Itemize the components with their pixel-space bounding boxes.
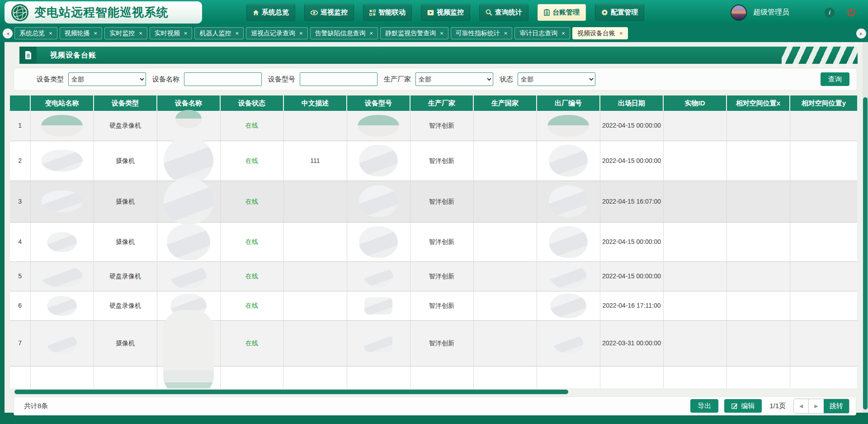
- nav-ledger-mgmt[interactable]: 台账管理: [538, 4, 586, 21]
- cell-date: [600, 366, 663, 388]
- tab-scroll-left-icon[interactable]: ◂: [3, 29, 13, 38]
- cell-model: [347, 141, 410, 181]
- info-icon[interactable]: i: [825, 8, 835, 18]
- tab-label: 审计日志查询: [519, 29, 557, 38]
- close-tab-icon[interactable]: ×: [299, 30, 303, 37]
- filter-device-name-input[interactable]: [184, 72, 262, 86]
- cell-posx: [726, 141, 790, 181]
- table-row[interactable]: 1硬盘录像机在线智洋创新2022-04-15 00:00:00: [10, 111, 857, 141]
- cell-status: 在线: [220, 141, 283, 181]
- cell-status: 在线: [220, 181, 283, 222]
- cell-date: 2022-04-15 00:00:00: [600, 262, 663, 291]
- cell-maker: 智洋创新: [410, 111, 473, 141]
- tab-audit-log-query[interactable]: 审计日志查询×: [514, 27, 570, 39]
- page-title: 视频设备台账: [50, 51, 96, 60]
- cell-date: 2022-04-15 16:07:00: [600, 181, 663, 222]
- cell-status: 在线: [220, 320, 283, 366]
- horizontal-scrollbar-thumb[interactable]: [14, 390, 568, 394]
- next-page-icon[interactable]: ▶: [809, 399, 824, 413]
- close-tab-icon[interactable]: ×: [504, 30, 508, 37]
- eye-icon: [311, 10, 318, 16]
- filter-label-device-model: 设备型号: [268, 75, 295, 84]
- nav-inspection-monitor[interactable]: 巡视监控: [304, 4, 354, 21]
- table-row[interactable]: [10, 366, 857, 388]
- logout-power-icon[interactable]: [846, 8, 856, 18]
- nav-system-overview[interactable]: 系统总览: [246, 4, 295, 21]
- cell-pid: [663, 141, 726, 181]
- cell-type: 摄像机: [94, 320, 157, 366]
- cell-desc: [283, 291, 347, 320]
- filter-device-type-select[interactable]: 全部: [68, 72, 146, 86]
- tab-video-carousel[interactable]: 视频轮播×: [60, 27, 103, 39]
- table-row[interactable]: 3摄像机在线智洋创新2022-04-15 16:07:00: [10, 181, 857, 222]
- close-tab-icon[interactable]: ×: [139, 30, 142, 37]
- user-avatar[interactable]: [731, 5, 747, 21]
- nav-config-mgmt[interactable]: 配置管理: [595, 4, 644, 21]
- table-row[interactable]: 7摄像机在线智洋创新2022-03-31 00:00:00: [10, 320, 857, 366]
- cell-no: 7: [10, 320, 30, 366]
- redacted-blob: [549, 226, 588, 258]
- filter-group-device-name: 设备名称: [152, 72, 262, 86]
- vertical-scrollbar: [863, 42, 868, 413]
- user-area: 超级管理员 i: [731, 0, 862, 25]
- filter-manufacturer-select[interactable]: 全部: [415, 72, 493, 86]
- jump-button[interactable]: 跳转: [824, 399, 849, 413]
- page-title-bar: 视频设备台账: [19, 47, 858, 64]
- filter-device-model-input[interactable]: [300, 72, 377, 86]
- cell-pid: [663, 320, 726, 366]
- close-tab-icon[interactable]: ×: [561, 30, 565, 37]
- redacted-blob: [364, 335, 392, 352]
- table-row[interactable]: 6硬盘录像机在线智洋创新2022-04-16 17:11:00: [10, 291, 857, 320]
- filter-status-select[interactable]: 全部: [518, 72, 595, 86]
- tab-label: 实时视频: [155, 29, 180, 38]
- search-button[interactable]: 查询: [821, 72, 849, 86]
- redacted-blob: [359, 186, 398, 217]
- user-name: 超级管理员: [753, 8, 789, 17]
- close-tab-icon[interactable]: ×: [184, 30, 188, 37]
- tab-reliability-stats[interactable]: 可靠性指标统计×: [451, 27, 513, 39]
- cell-date: 2022-04-15 00:00:00: [600, 111, 663, 141]
- home-icon: [253, 10, 259, 16]
- main-nav: 系统总览巡视监控智能联动视频监控查询统计台账管理配置管理: [246, 4, 644, 21]
- nav-video-monitor[interactable]: 视频监控: [421, 4, 470, 21]
- cell-no: 3: [10, 181, 30, 222]
- cell-name: [157, 320, 220, 366]
- close-tab-icon[interactable]: ×: [235, 30, 239, 37]
- close-tab-icon[interactable]: ×: [370, 30, 373, 37]
- tab-silent-monitor-alarm[interactable]: 静默监视告警查询×: [380, 27, 448, 39]
- cell-name: [157, 141, 220, 181]
- cell-maker: 智洋创新: [410, 222, 473, 262]
- tab-inspection-point-records[interactable]: 巡视点记录查询×: [246, 27, 308, 39]
- tab-alarm-defect-query[interactable]: 告警缺陷信息查询×: [310, 27, 378, 39]
- cell-station: [30, 111, 94, 141]
- cell-no: 5: [10, 262, 30, 291]
- close-tab-icon[interactable]: ×: [440, 30, 443, 37]
- tab-realtime-monitor[interactable]: 实时监控×: [104, 27, 147, 39]
- table-row[interactable]: 2摄像机在线111智洋创新2022-04-15 00:00:00: [10, 141, 857, 181]
- cell-country: [473, 366, 537, 388]
- close-tab-icon[interactable]: ×: [94, 30, 98, 37]
- tab-realtime-video[interactable]: 实时视频×: [150, 27, 193, 39]
- nav-query-stats[interactable]: 查询统计: [479, 4, 528, 21]
- cell-maker: 智洋创新: [410, 262, 473, 291]
- tab-robot-monitor[interactable]: 机器人监控×: [194, 27, 244, 39]
- nav-smart-linkage[interactable]: 智能联动: [363, 4, 412, 21]
- prev-page-icon[interactable]: ◀: [794, 399, 809, 413]
- table-row[interactable]: 4摄像机在线智洋创新2022-04-15 00:00:00: [10, 222, 857, 262]
- close-tab-icon[interactable]: ×: [49, 30, 52, 37]
- col-posy: 相对空间位置y: [790, 95, 857, 111]
- tab-scroll-right-icon[interactable]: ▸: [856, 29, 866, 38]
- filter-label-manufacturer: 生产厂家: [384, 75, 411, 84]
- cell-type: 硬盘录像机: [94, 291, 157, 320]
- tab-video-device-ledger[interactable]: 视频设备台账×: [572, 27, 628, 39]
- vertical-scrollbar-thumb[interactable]: [863, 97, 868, 410]
- table-row[interactable]: 5硬盘录像机在线智洋创新2022-04-15 00:00:00: [10, 262, 857, 291]
- close-tab-icon[interactable]: ×: [619, 30, 623, 37]
- export-button[interactable]: 导出: [690, 399, 718, 413]
- tab-system-overview[interactable]: 系统总览×: [14, 27, 57, 39]
- diagonal-stripes-decoration: [782, 42, 859, 67]
- cell-type: 摄像机: [94, 141, 157, 181]
- cell-station: [30, 366, 94, 388]
- cell-posy: [790, 181, 857, 222]
- edit-button[interactable]: 编辑: [724, 399, 762, 413]
